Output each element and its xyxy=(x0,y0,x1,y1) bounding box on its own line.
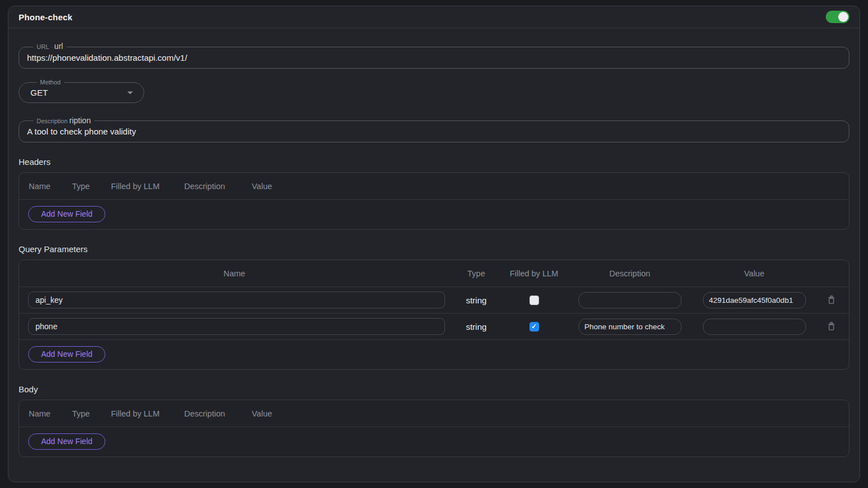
method-legend: Method xyxy=(37,78,64,86)
trash-icon xyxy=(827,296,835,305)
body-add-row: Add New Field xyxy=(19,427,849,456)
body-add-new-field-button[interactable]: Add New Field xyxy=(28,433,105,450)
column-header-type: Type xyxy=(72,409,111,418)
headers-section-title: Headers xyxy=(19,157,849,167)
filled-by-llm-checkbox[interactable]: ✓ xyxy=(529,322,539,332)
param-value-input[interactable] xyxy=(703,319,806,335)
param-type-label: string xyxy=(466,322,487,332)
method-select[interactable]: GET xyxy=(30,87,135,97)
url-legend-separator: · xyxy=(51,43,52,51)
delete-row-button[interactable] xyxy=(825,293,838,307)
query-parameters-add-new-field-button[interactable]: Add New Field xyxy=(28,346,105,362)
filled-by-llm-checkbox[interactable]: ✓ xyxy=(529,296,539,305)
url-legend-sublabel: url xyxy=(54,42,63,50)
column-header-value: Value xyxy=(252,182,272,191)
headers-add-row: Add New Field xyxy=(19,200,849,229)
param-description-input[interactable] xyxy=(578,319,682,335)
headers-table: Name Type Filled by LLM Description Valu… xyxy=(19,172,849,230)
column-header-description: Description xyxy=(184,409,252,418)
headers-table-header: Name Type Filled by LLM Description Valu… xyxy=(19,173,849,200)
param-name-input[interactable] xyxy=(28,292,445,308)
table-row: string ✓ xyxy=(19,314,849,340)
body-section-title: Body xyxy=(19,384,849,394)
description-fieldset: Description ription xyxy=(19,117,849,142)
method-selected-value: GET xyxy=(30,88,48,97)
column-header-description: Description xyxy=(184,182,252,191)
description-legend-label: Description xyxy=(37,117,68,125)
url-legend-label: URL xyxy=(37,43,49,51)
trash-icon xyxy=(827,322,835,331)
tool-title: Phone-check xyxy=(19,12,73,22)
headers-add-new-field-button[interactable]: Add New Field xyxy=(28,206,105,222)
url-legend: URL · url xyxy=(33,42,66,51)
column-header-filled-by-llm: Filled by LLM xyxy=(111,409,184,418)
check-icon: ✓ xyxy=(531,323,537,330)
query-parameters-add-row: Add New Field xyxy=(19,340,849,369)
param-value-input[interactable] xyxy=(703,292,806,308)
column-header-value: Value xyxy=(252,409,272,418)
query-parameters-table-header: Name Type Filled by LLM Description Valu… xyxy=(19,260,849,287)
url-fieldset: URL · url xyxy=(19,42,849,69)
column-header-name: Name xyxy=(19,269,449,278)
card-body: URL · url Method GET Description ription xyxy=(8,28,860,457)
chevron-down-icon xyxy=(127,87,133,97)
enabled-toggle[interactable] xyxy=(826,11,849,23)
table-row: string ✓ xyxy=(19,287,849,314)
column-header-filled-by-llm: Filled by LLM xyxy=(503,269,565,278)
column-header-filled-by-llm: Filled by LLM xyxy=(111,182,184,191)
card-header: Phone-check xyxy=(8,6,860,28)
description-legend-sublabel: ription xyxy=(69,117,91,124)
toggle-knob xyxy=(838,12,848,22)
column-header-type: Type xyxy=(449,269,503,278)
query-parameters-section-title: Query Parameters xyxy=(19,244,849,254)
column-header-name: Name xyxy=(29,409,72,418)
tool-config-card: Phone-check URL · url Method GET xyxy=(8,6,860,482)
delete-row-button[interactable] xyxy=(825,320,838,333)
description-legend: Description ription xyxy=(33,117,94,125)
body-table-header: Name Type Filled by LLM Description Valu… xyxy=(19,400,849,427)
query-parameters-table: Name Type Filled by LLM Description Valu… xyxy=(19,259,849,370)
param-name-input[interactable] xyxy=(28,318,445,335)
description-input[interactable] xyxy=(27,126,841,136)
method-legend-label: Method xyxy=(40,78,61,86)
column-header-name: Name xyxy=(29,182,72,191)
column-header-description: Description xyxy=(565,269,695,278)
method-fieldset: Method GET xyxy=(19,78,144,103)
param-description-input[interactable] xyxy=(578,292,682,308)
url-input[interactable] xyxy=(27,52,841,62)
param-type-label: string xyxy=(466,296,487,305)
column-header-type: Type xyxy=(72,182,111,191)
column-header-value: Value xyxy=(695,269,814,278)
body-table: Name Type Filled by LLM Description Valu… xyxy=(19,400,849,457)
